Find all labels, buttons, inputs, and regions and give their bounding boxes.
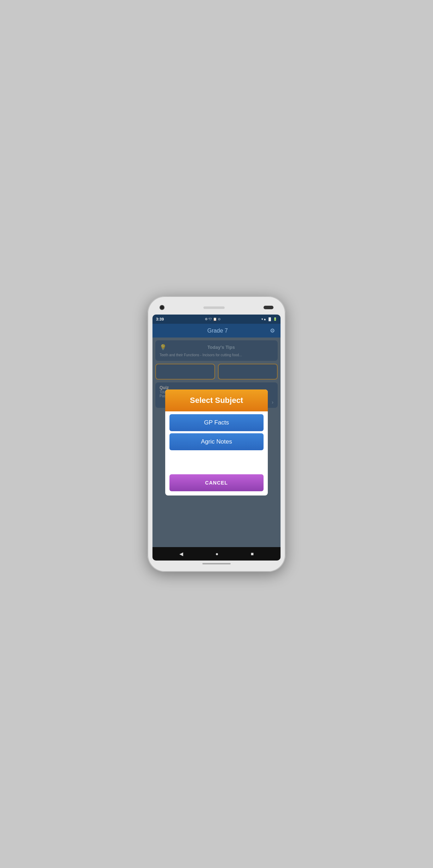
dialog-spacer: [165, 453, 268, 474]
dialog-overlay: Select Subject GP Facts Agric Notes CANC…: [152, 338, 281, 547]
status-time: 3:39: [156, 317, 164, 321]
status-bar: 3:39 ⚙ 🛡 📋 ⊙ ▾▲ ▐▌ 🔋: [152, 315, 281, 324]
dialog-options: GP Facts Agric Notes: [165, 411, 268, 453]
status-icons: ⚙ 🛡 📋 ⊙: [205, 317, 221, 321]
app-header: Grade 7 ⚙: [152, 324, 281, 338]
nav-bar: ◀ ● ■: [152, 547, 281, 561]
settings-icon: ⚙: [205, 317, 208, 321]
select-subject-dialog: Select Subject GP Facts Agric Notes CANC…: [165, 389, 268, 495]
shield-icon: 🛡: [209, 317, 212, 321]
wifi-icon: ▾▲: [261, 317, 266, 321]
sensor: [264, 306, 273, 309]
cancel-button[interactable]: CANCEL: [169, 474, 264, 491]
at-icon: ⊙: [218, 317, 221, 321]
home-button[interactable]: ●: [215, 551, 218, 557]
settings-button[interactable]: ⚙: [270, 327, 275, 334]
back-button[interactable]: ◀: [179, 551, 183, 557]
phone-device: 3:39 ⚙ 🛡 📋 ⊙ ▾▲ ▐▌ 🔋 Grade 7 ⚙: [148, 296, 285, 572]
clipboard-icon: 📋: [213, 317, 217, 321]
main-content: 💡 Today's Tips Teeth and their Functions…: [152, 338, 281, 547]
status-right: ▾▲ ▐▌ 🔋: [261, 317, 277, 321]
phone-top-bar: [152, 303, 281, 312]
gp-facts-option[interactable]: GP Facts: [169, 414, 264, 431]
agric-notes-option[interactable]: Agric Notes: [169, 433, 264, 450]
signal-icon: ▐▌: [267, 317, 272, 321]
dialog-title: Select Subject: [165, 389, 268, 411]
home-indicator: [202, 563, 231, 564]
app-title: Grade 7: [165, 328, 270, 334]
battery-icon: 🔋: [273, 317, 277, 321]
camera: [160, 305, 164, 310]
speaker: [203, 306, 225, 309]
phone-screen: 3:39 ⚙ 🛡 📋 ⊙ ▾▲ ▐▌ 🔋 Grade 7 ⚙: [152, 315, 281, 561]
recents-button[interactable]: ■: [251, 551, 254, 557]
phone-bottom: [202, 561, 231, 567]
